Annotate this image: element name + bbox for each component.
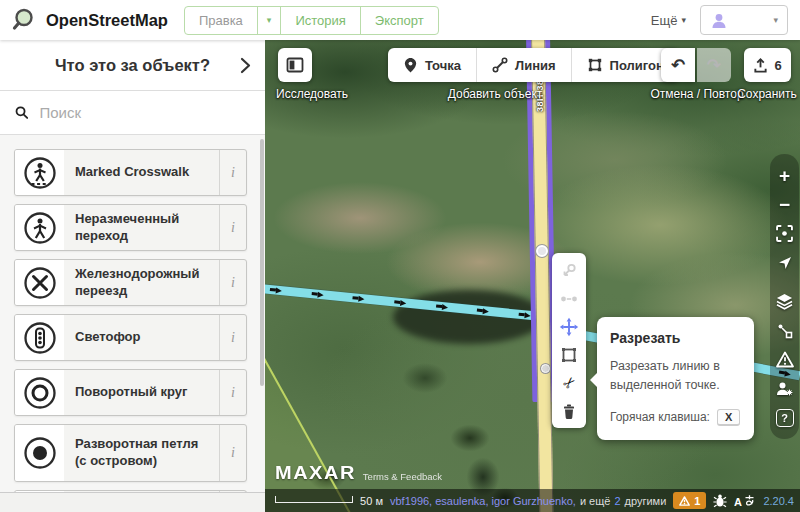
delete-button[interactable]: [557, 400, 581, 421]
add-line-label: Линия: [515, 58, 556, 73]
zoom-in-button[interactable]: +: [772, 163, 797, 188]
scissors-icon: ✂: [559, 373, 579, 393]
extract-point-button[interactable]: [557, 260, 581, 281]
scale-bar: [275, 496, 353, 503]
navigation-arrow-icon: [777, 255, 793, 271]
preset-info-button[interactable]: i: [219, 370, 246, 415]
layers-icon: [776, 293, 793, 310]
chevron-right-icon[interactable]: [240, 57, 251, 78]
help-icon: ?: [776, 409, 794, 427]
preset-traffic-signals[interactable]: Светофор i: [14, 314, 247, 361]
report-bug-button[interactable]: [713, 493, 727, 508]
brand-title: OpenStreetMap: [46, 11, 168, 30]
preset-label: Поворотный круг: [64, 370, 219, 415]
bug-icon: [713, 493, 727, 508]
flow-arrow-icon: [353, 295, 366, 302]
preset-turning-loop[interactable]: Разворотная петля (с островом) i: [14, 424, 247, 482]
add-point-button[interactable]: Точка: [388, 48, 477, 82]
flow-arrow-icon: [270, 286, 283, 293]
edit-button[interactable]: Правка: [185, 7, 258, 34]
move-button[interactable]: [557, 316, 581, 337]
search-input[interactable]: [39, 104, 250, 121]
geolocate-button[interactable]: [772, 250, 797, 275]
scale-label: 50 м: [360, 495, 383, 507]
translate-button[interactable]: A: [734, 494, 756, 508]
imagery-attribution: MAXAR Terms & Feedback: [275, 462, 442, 485]
zoom-out-button[interactable]: −: [772, 192, 797, 217]
sidebar-scrollbar[interactable]: [260, 139, 264, 386]
tooltip-description: Разрезать линию в выделенной точке.: [610, 357, 741, 396]
turning-circle-icon: [15, 370, 64, 415]
preset-marked-crosswalk[interactable]: Marked Crosswalk i: [14, 149, 247, 196]
sidebar-header: Что это за объект?: [0, 40, 265, 91]
preset-info-button[interactable]: i: [219, 425, 246, 481]
chevron-down-icon: ▾: [773, 15, 778, 25]
edit-dropdown-caret[interactable]: ▾: [258, 7, 282, 34]
terms-feedback-link[interactable]: Terms & Feedback: [363, 471, 442, 482]
sidebar: Что это за объект?: [0, 40, 265, 512]
split-button[interactable]: ✂: [557, 372, 581, 393]
map-data-button[interactable]: [772, 318, 797, 343]
svg-text:A: A: [734, 495, 742, 507]
map-controls: + −: [770, 154, 799, 439]
line-icon: [492, 57, 508, 73]
area-icon: [587, 57, 603, 73]
issues-count: 1: [694, 495, 700, 507]
save-count-badge: 6: [774, 58, 781, 73]
tooltip-arrow: [590, 373, 597, 387]
contributor-links[interactable]: vbf1996, esaulenka, igor Gurzhuenko,: [390, 495, 576, 507]
version-link[interactable]: 2.20.4: [763, 495, 794, 507]
contributors: vbf1996, esaulenka, igor Gurzhuenko, и е…: [390, 495, 666, 507]
osm-id-editor: OpenStreetMap Правка ▾ История Экспорт Е…: [0, 0, 800, 512]
more-menu[interactable]: Ещё ▾: [651, 13, 686, 28]
minus-icon: −: [779, 195, 790, 214]
osm-brand[interactable]: OpenStreetMap: [12, 7, 168, 33]
user-menu-button[interactable]: ▾: [700, 5, 788, 35]
add-point-label: Точка: [425, 58, 461, 73]
background-layers-button[interactable]: [772, 289, 797, 314]
preset-info-button[interactable]: i: [219, 205, 246, 250]
save-button[interactable]: 6: [744, 48, 791, 82]
preset-unmarked-crossing[interactable]: Неразмеченный переход i: [14, 204, 247, 251]
tooltip-title: Разрезать: [610, 330, 741, 346]
level-crossing-icon: [15, 260, 64, 305]
vertex-node[interactable]: [541, 364, 550, 373]
help-button[interactable]: ?: [772, 405, 797, 430]
orthogonalize-button[interactable]: [557, 344, 581, 365]
issues-count-badge[interactable]: 1: [673, 492, 706, 509]
browse-mode-button[interactable]: [278, 48, 312, 82]
top-navbar: OpenStreetMap Правка ▾ История Экспорт Е…: [0, 0, 800, 40]
history-button[interactable]: История: [281, 7, 360, 34]
issues-button[interactable]: [772, 347, 797, 372]
browse-icon: [286, 56, 304, 74]
undo-button[interactable]: ↶: [661, 48, 695, 82]
search-bar: [0, 91, 265, 135]
flow-arrow-icon: [394, 299, 407, 306]
redo-button[interactable]: ↷: [697, 48, 731, 82]
preset-info-button[interactable]: i: [219, 150, 246, 195]
preset-info-button[interactable]: i: [219, 260, 246, 305]
zoom-to-selection-button[interactable]: [772, 221, 797, 246]
split-tooltip: Разрезать Разрезать линию в выделенной т…: [597, 317, 754, 440]
preset-level-crossing[interactable]: Железнодорожный переезд i: [14, 259, 247, 306]
avatar-icon: [710, 12, 728, 29]
flow-arrow-icon: [435, 303, 448, 310]
map-canvas[interactable]: 38Н-387 Исследовать Точка: [265, 40, 800, 512]
pedestrian-icon: [15, 205, 64, 250]
disconnect-button[interactable]: [557, 288, 581, 309]
preferences-button[interactable]: [772, 376, 797, 401]
preset-turning-circle[interactable]: Поворотный круг i: [14, 369, 247, 416]
sidebar-title: Что это за объект?: [55, 56, 210, 75]
maxar-logo[interactable]: MAXAR: [275, 463, 356, 484]
trash-icon: [560, 402, 578, 420]
preset-label: Светофор: [64, 315, 219, 360]
contributors-text: другими: [625, 495, 667, 507]
save-label: Сохранить: [729, 87, 800, 101]
undo-redo-group: ↶ ↷: [661, 48, 731, 82]
preset-info-button[interactable]: i: [219, 315, 246, 360]
contributor-count-link[interactable]: 2: [614, 495, 620, 507]
selected-vertex-node[interactable]: [536, 245, 548, 257]
navbar-right: Ещё ▾ ▾: [651, 5, 788, 35]
export-button[interactable]: Экспорт: [361, 7, 438, 34]
add-line-button[interactable]: Линия: [477, 48, 572, 82]
